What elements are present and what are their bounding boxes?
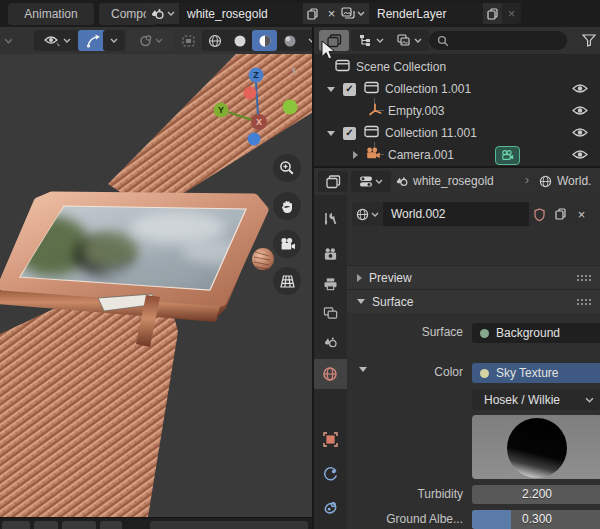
editor-divider-horizontal[interactable]	[313, 166, 600, 168]
chevron-down-icon[interactable]	[4, 38, 13, 44]
viewlayer-name-field[interactable]: RenderLayer	[369, 3, 483, 24]
surface-shader-button[interactable]: Background	[472, 323, 600, 343]
outliner-row-collection1[interactable]: ✓ Collection 1.001	[313, 78, 600, 100]
printer-icon	[323, 277, 338, 291]
tab-object[interactable]	[313, 424, 347, 454]
disclosure-triangle[interactable]	[327, 87, 335, 92]
pan-button[interactable]	[273, 192, 301, 220]
shading-material-button[interactable]	[252, 30, 277, 51]
viewlayer-remove-button[interactable]: ×	[502, 3, 521, 24]
gizmo-x-label: X	[256, 117, 262, 127]
properties-filter-dropdown[interactable]	[351, 171, 391, 192]
outliner-search-input[interactable]	[429, 31, 567, 50]
zoom-icon	[279, 160, 295, 176]
panel-drag-handle[interactable]	[576, 298, 592, 306]
breadcrumb-target[interactable]: World.	[557, 174, 599, 188]
scene-name-field[interactable]: white_rosegold	[179, 3, 303, 24]
outliner-row-empty[interactable]: Empty.003	[313, 100, 600, 122]
collection-checkbox[interactable]: ✓	[343, 83, 356, 96]
sky-model-dropdown[interactable]: Hosek / Wilkie	[472, 389, 600, 410]
camera-icon	[279, 237, 296, 252]
outliner-filter-button[interactable]	[575, 30, 600, 51]
breadcrumb-scene[interactable]: white_rosegold	[413, 174, 494, 188]
tab-physics[interactable]	[313, 459, 347, 489]
outliner-row-scene-collection[interactable]: Scene Collection	[313, 56, 600, 78]
mouse-cursor	[321, 40, 337, 62]
disclosure-triangle[interactable]	[353, 151, 358, 159]
eye-icon[interactable]	[572, 149, 588, 163]
perspective-toggle-button[interactable]	[273, 267, 301, 295]
gizmo-y-neg[interactable]	[283, 100, 298, 115]
overlays-toggle[interactable]	[174, 30, 204, 51]
render-icon	[323, 247, 338, 261]
tab-animation[interactable]: Animation	[8, 3, 94, 25]
zoom-button[interactable]	[273, 154, 301, 182]
properties-header: white_rosegold › World.	[313, 168, 600, 195]
world-unlink-button[interactable]: ×	[571, 202, 592, 226]
tab-world[interactable]	[313, 359, 347, 389]
tab-output[interactable]	[313, 269, 347, 299]
texture-dot-icon	[480, 369, 489, 378]
tab-render[interactable]	[313, 239, 347, 269]
panel-preview-header[interactable]: Preview	[347, 265, 600, 289]
sky-preview-sphere	[507, 418, 567, 478]
ground-albedo-slider[interactable]: 0.300	[472, 510, 600, 529]
shading-solid-button[interactable]	[227, 30, 252, 51]
timeline-widget[interactable]	[34, 521, 58, 529]
world-browse-button[interactable]	[352, 202, 383, 226]
gizmo-z-neg[interactable]	[248, 133, 261, 146]
eye-icon[interactable]	[572, 83, 588, 97]
tab-view-layer[interactable]	[313, 298, 347, 328]
camera-data-icon	[501, 150, 515, 161]
collection-checkbox[interactable]: ✓	[343, 127, 356, 140]
scene-copy-button[interactable]	[303, 3, 322, 24]
tool-icon	[323, 211, 338, 226]
timeline-widget[interactable]	[62, 521, 96, 529]
disclosure-triangle[interactable]	[327, 131, 335, 136]
view-layer-icon	[323, 306, 338, 320]
fake-user-button[interactable]	[529, 202, 550, 226]
camera-view-button[interactable]	[273, 230, 301, 258]
shading-wireframe-button[interactable]	[202, 30, 227, 51]
outliner-row-camera[interactable]: Camera.001	[313, 144, 600, 166]
gizmo-y-label: Y	[218, 105, 224, 115]
disclosure-triangle	[357, 274, 362, 282]
eye-icon[interactable]	[572, 127, 588, 141]
eye-icon[interactable]	[572, 105, 588, 119]
gizmo-x-neg[interactable]	[244, 87, 257, 100]
panel-surface-header[interactable]: Surface	[347, 289, 600, 313]
shader-dot-icon	[480, 329, 489, 338]
scene-dropdown-button[interactable]	[146, 3, 179, 24]
viewport-3d[interactable]: Z Y X ‹	[0, 54, 313, 517]
color-input-button[interactable]: Sky Texture	[472, 363, 600, 383]
material-sphere-icon	[258, 34, 272, 48]
orbit-options-button[interactable]	[127, 30, 173, 51]
show-gizmo-button[interactable]	[34, 30, 80, 51]
world-name-field[interactable]: World.002	[383, 202, 529, 226]
tab-object-data[interactable]	[313, 524, 347, 529]
outliner-row-collection11[interactable]: ✓ Collection 11.001	[313, 122, 600, 144]
timeline-widget[interactable]	[2, 521, 30, 529]
camera-data-badge[interactable]	[495, 146, 520, 165]
panel-drag-handle[interactable]	[576, 274, 592, 282]
sidebar-collapse-arrow[interactable]: ‹	[292, 62, 296, 77]
gizmo-options-chevron[interactable]	[103, 30, 125, 51]
outliner-display-mode-button[interactable]	[351, 30, 391, 51]
shading-rendered-button[interactable]	[277, 30, 302, 51]
editor-divider-vertical[interactable]	[312, 27, 314, 529]
tab-scene[interactable]	[313, 327, 347, 357]
properties-editor-type-button[interactable]	[318, 171, 348, 192]
timeline-strip[interactable]	[0, 517, 313, 529]
timeline-widget[interactable]	[100, 521, 122, 529]
viewlayer-dropdown-button[interactable]	[337, 3, 369, 24]
tab-tool[interactable]	[313, 203, 347, 233]
node-collapse-triangle[interactable]	[359, 367, 367, 372]
overlays-icon	[181, 34, 197, 48]
timeline-widget[interactable]	[150, 521, 308, 529]
outliner-filter-dropdown[interactable]	[389, 30, 429, 51]
chevron-down-icon	[167, 11, 175, 16]
tab-constraints[interactable]	[313, 492, 347, 522]
turbidity-slider[interactable]: 2.200	[472, 485, 600, 504]
viewlayer-copy-button[interactable]	[483, 3, 502, 24]
world-copy-button[interactable]	[550, 202, 571, 226]
